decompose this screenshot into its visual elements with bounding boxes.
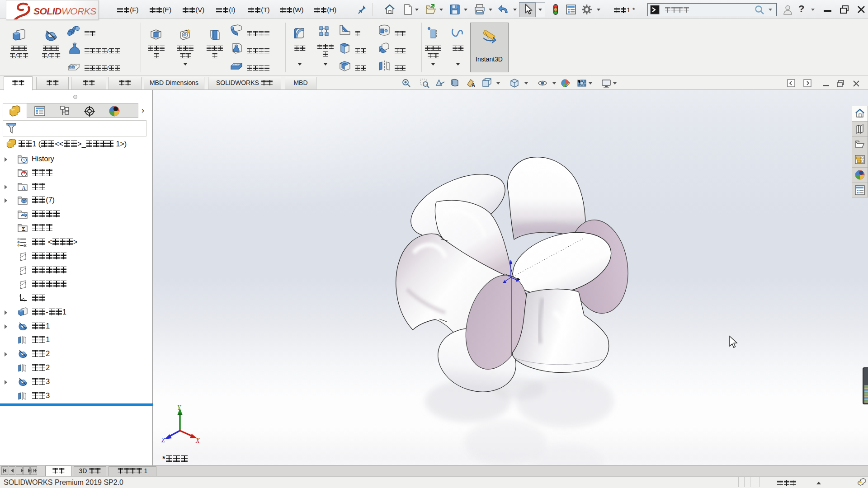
svg-text:X: X: [195, 437, 200, 443]
svg-text:Z: Z: [161, 437, 165, 443]
svg-text:Y: Y: [177, 404, 182, 411]
svg-text:A: A: [22, 185, 26, 191]
svg-text:Σ: Σ: [22, 225, 26, 232]
svg-text:A: A: [472, 82, 475, 88]
